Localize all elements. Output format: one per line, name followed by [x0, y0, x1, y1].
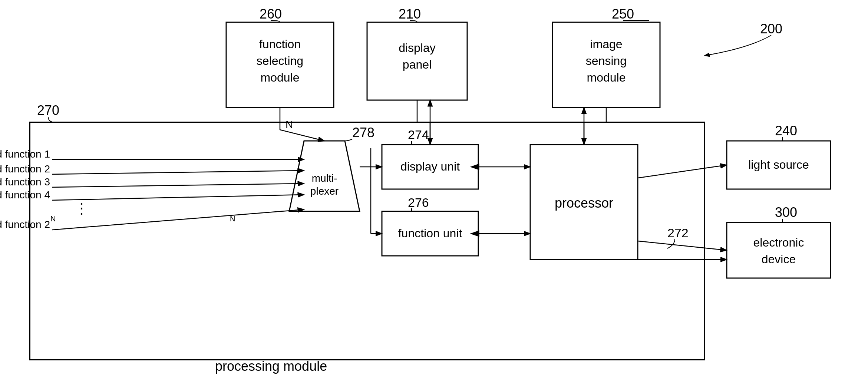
- svg-text:sensing: sensing: [586, 54, 627, 67]
- ref-270-label: 270: [37, 103, 59, 118]
- svg-text:module: module: [587, 71, 626, 84]
- ref-278-label: 278: [352, 125, 374, 140]
- svg-text:module: module: [261, 71, 300, 84]
- svg-text:N: N: [230, 215, 235, 223]
- svg-text:plexer: plexer: [310, 185, 339, 197]
- pred-func-2-label: predetermined function 2: [0, 163, 50, 175]
- svg-text:device: device: [762, 252, 796, 266]
- pred-func-3-label: predetermined function 3: [0, 176, 50, 188]
- ref-200-label: 200: [760, 21, 782, 36]
- ref-274-label: 274: [408, 128, 429, 142]
- ref-300-label: 300: [775, 205, 797, 220]
- func-select-module-label: function: [259, 37, 301, 51]
- svg-text:panel: panel: [403, 58, 432, 71]
- ref-250-label: 250: [612, 6, 634, 22]
- dots-label: ⋮: [74, 200, 89, 216]
- svg-text:selecting: selecting: [257, 54, 303, 67]
- elec-device-label: electronic: [753, 236, 804, 249]
- display-panel-label: display: [399, 41, 436, 55]
- function-unit-label: function unit: [398, 227, 462, 240]
- n-label: N: [286, 119, 293, 130]
- processing-module-label: processing module: [215, 359, 327, 374]
- display-unit-label: display unit: [400, 160, 460, 173]
- ref-240-label: 240: [775, 123, 797, 138]
- diagram-container: 270 function selecting module 260 displa…: [0, 0, 868, 383]
- pred-func-4-label: predetermined function 4: [0, 189, 50, 201]
- pred-func-1-label: predetermined function 1: [0, 148, 50, 160]
- svg-rect-3: [0, 0, 868, 383]
- ref-272-label: 272: [667, 226, 689, 240]
- processor-label: processor: [555, 195, 613, 211]
- light-source-label: light source: [748, 158, 809, 171]
- ref-276-label: 276: [408, 195, 429, 209]
- ref-210-label: 210: [399, 6, 421, 22]
- ref-260-label: 260: [260, 6, 282, 22]
- multiplexer-label: multi-: [312, 172, 337, 184]
- pred-func-n-super: N: [50, 215, 56, 223]
- pred-func-n-label: predetermined function 2: [0, 219, 50, 230]
- image-sensing-label: image: [590, 37, 622, 51]
